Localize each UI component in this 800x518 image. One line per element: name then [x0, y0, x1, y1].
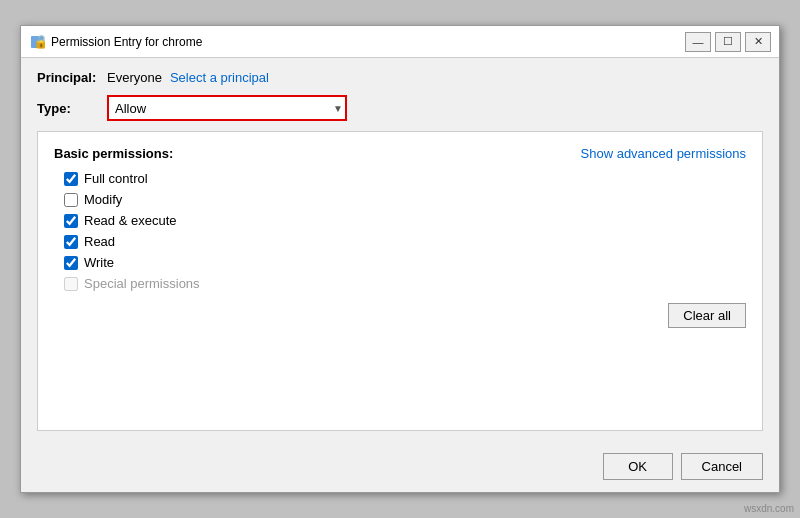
title-bar-controls: — ☐ ✕ — [685, 32, 771, 52]
list-item: Full control — [64, 171, 746, 186]
list-item: Modify — [64, 192, 746, 207]
modify-label: Modify — [84, 192, 122, 207]
permissions-header: Basic permissions: Show advanced permiss… — [54, 146, 746, 161]
read-execute-label: Read & execute — [84, 213, 177, 228]
principal-row: Principal: Everyone Select a principal — [37, 70, 763, 85]
cancel-button[interactable]: Cancel — [681, 453, 763, 480]
full-control-label: Full control — [84, 171, 148, 186]
list-item: Read & execute — [64, 213, 746, 228]
window-icon: 🔒 — [29, 34, 45, 50]
permissions-section: Basic permissions: Show advanced permiss… — [37, 131, 763, 431]
type-row: Type: Allow Deny ▼ — [37, 95, 763, 121]
footer-buttons: OK Cancel — [21, 443, 779, 492]
close-button[interactable]: ✕ — [745, 32, 771, 52]
clear-all-button[interactable]: Clear all — [668, 303, 746, 328]
write-label: Write — [84, 255, 114, 270]
basic-permissions-label: Basic permissions: — [54, 146, 173, 161]
special-permissions-label: Special permissions — [84, 276, 200, 291]
type-label: Type: — [37, 101, 107, 116]
modify-checkbox[interactable] — [64, 193, 78, 207]
select-principal-link[interactable]: Select a principal — [170, 70, 269, 85]
list-item: Special permissions — [64, 276, 746, 291]
svg-text:🔒: 🔒 — [33, 34, 45, 50]
read-execute-checkbox[interactable] — [64, 214, 78, 228]
full-control-checkbox[interactable] — [64, 172, 78, 186]
read-label: Read — [84, 234, 115, 249]
title-bar: 🔒 Permission Entry for chrome — ☐ ✕ — [21, 26, 779, 58]
type-select[interactable]: Allow Deny — [107, 95, 347, 121]
maximize-button[interactable]: ☐ — [715, 32, 741, 52]
permission-list: Full control Modify Read & execute Read … — [64, 171, 746, 291]
watermark: wsxdn.com — [744, 503, 794, 514]
title-bar-left: 🔒 Permission Entry for chrome — [29, 34, 202, 50]
show-advanced-permissions-link[interactable]: Show advanced permissions — [581, 146, 746, 161]
permission-entry-window: 🔒 Permission Entry for chrome — ☐ ✕ Prin… — [20, 25, 780, 493]
window-title: Permission Entry for chrome — [51, 35, 202, 49]
principal-value: Everyone — [107, 70, 162, 85]
ok-button[interactable]: OK — [603, 453, 673, 480]
list-item: Write — [64, 255, 746, 270]
principal-label: Principal: — [37, 70, 107, 85]
read-checkbox[interactable] — [64, 235, 78, 249]
write-checkbox[interactable] — [64, 256, 78, 270]
clear-all-wrapper: Clear all — [54, 303, 746, 328]
type-select-wrapper: Allow Deny ▼ — [107, 95, 347, 121]
list-item: Read — [64, 234, 746, 249]
minimize-button[interactable]: — — [685, 32, 711, 52]
window-content: Principal: Everyone Select a principal T… — [21, 58, 779, 443]
special-permissions-checkbox[interactable] — [64, 277, 78, 291]
